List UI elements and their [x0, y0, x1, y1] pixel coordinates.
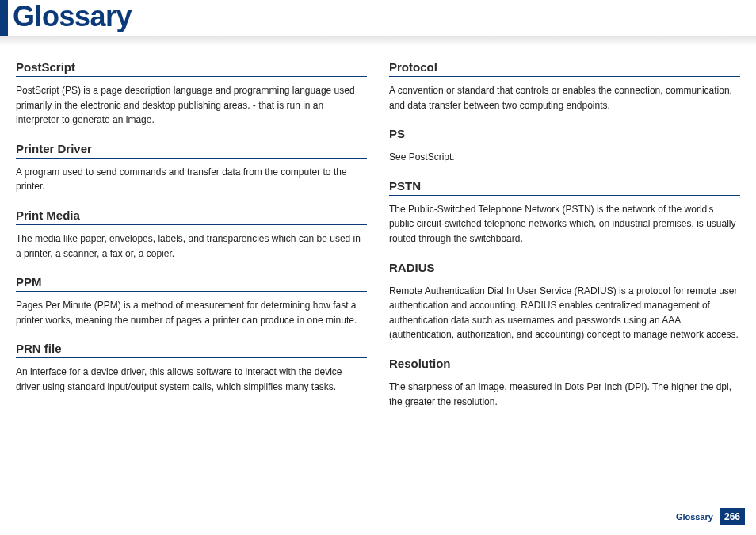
glossary-entry: PPMPages Per Minute (PPM) is a method of… [16, 275, 367, 327]
footer-page-number: 266 [720, 508, 745, 525]
page-header: Glossary [0, 0, 756, 36]
footer-section-label: Glossary [676, 512, 713, 522]
glossary-definition: The media like paper, envelopes, labels,… [16, 231, 367, 261]
glossary-definition: Remote Authentication Dial In User Servi… [389, 284, 740, 342]
column-right: ProtocolA convention or standard that co… [389, 60, 740, 423]
content-columns: PostScriptPostScript (PS) is a page desc… [0, 46, 756, 423]
glossary-term: PRN file [16, 342, 367, 358]
glossary-entry: Print MediaThe media like paper, envelop… [16, 208, 367, 261]
glossary-term: PPM [16, 275, 367, 292]
glossary-definition: The sharpness of an image, measured in D… [389, 380, 740, 409]
glossary-definition: The Public-Switched Telephone Network (P… [389, 202, 740, 246]
glossary-term: Resolution [389, 357, 740, 373]
glossary-entry: ResolutionThe sharpness of an image, mea… [389, 357, 740, 409]
glossary-entry: PostScriptPostScript (PS) is a page desc… [16, 60, 367, 128]
glossary-term: Print Media [16, 208, 367, 225]
glossary-entry: RADIUSRemote Authentication Dial In User… [389, 261, 740, 342]
glossary-definition: A program used to send commands and tran… [16, 165, 367, 194]
glossary-entry: PSSee PostScript. [389, 127, 740, 165]
glossary-term: PS [389, 127, 740, 143]
glossary-entry: PSTNThe Public-Switched Telephone Networ… [389, 179, 740, 246]
glossary-definition: See PostScript. [389, 150, 740, 165]
header-shadow [0, 36, 756, 46]
glossary-term: PostScript [16, 60, 367, 77]
glossary-definition: Pages Per Minute (PPM) is a method of me… [16, 298, 367, 327]
glossary-entry: PRN fileAn interface for a device driver… [16, 342, 367, 394]
glossary-term: Printer Driver [16, 142, 367, 159]
glossary-definition: PostScript (PS) is a page description la… [16, 83, 367, 128]
glossary-entry: ProtocolA convention or standard that co… [389, 60, 740, 113]
column-left: PostScriptPostScript (PS) is a page desc… [16, 60, 367, 423]
glossary-entry: Printer DriverA program used to send com… [16, 142, 367, 194]
page-title: Glossary [8, 0, 132, 36]
page-footer: Glossary 266 [676, 508, 745, 525]
glossary-definition: An interface for a device driver, this a… [16, 365, 367, 394]
glossary-term: Protocol [389, 60, 740, 77]
header-accent-bar [0, 0, 8, 36]
glossary-term: RADIUS [389, 261, 740, 277]
glossary-definition: A convention or standard that controls o… [389, 83, 740, 113]
glossary-term: PSTN [389, 179, 740, 196]
